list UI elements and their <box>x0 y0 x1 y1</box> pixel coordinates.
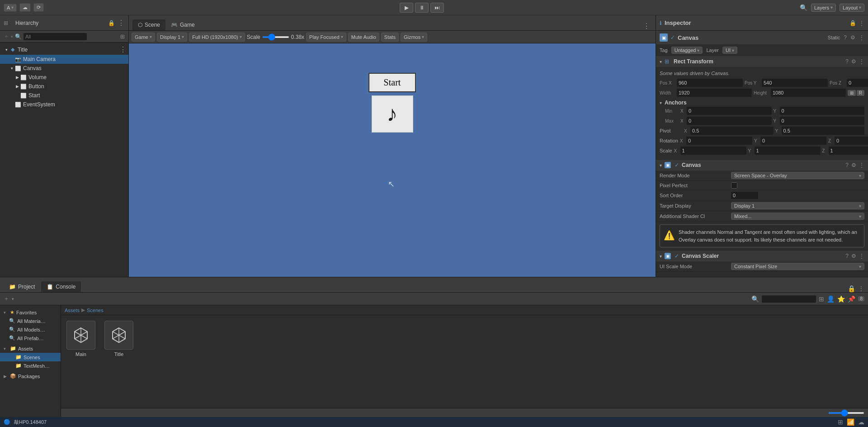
ui-scale-mode-dropdown[interactable]: Constant Pixel Size ▾ <box>731 263 864 270</box>
bottom-lock-icon[interactable]: 🔒 <box>848 285 855 292</box>
hierarchy-filter-icon[interactable]: ⊞ <box>120 33 125 40</box>
rt-settings-icon[interactable]: ⚙ <box>851 58 856 65</box>
hierarchy-search-icon[interactable]: 🔍 <box>15 33 22 40</box>
inspector-more-icon[interactable]: ⋮ <box>859 20 864 26</box>
status-cloud-icon[interactable]: ☁ <box>858 418 864 426</box>
bottom-more-icon[interactable]: ⋮ <box>858 285 864 292</box>
anchor-max-x-input[interactable] <box>687 117 772 125</box>
anchor-min-x-input[interactable] <box>687 107 772 115</box>
tag-dropdown[interactable]: Untagged ▾ <box>671 47 703 54</box>
project-person-icon[interactable]: 👤 <box>827 295 835 303</box>
scaler-menu-icon[interactable]: ⋮ <box>859 253 864 259</box>
account-button[interactable]: A ▾ <box>4 4 17 12</box>
scale-z-input[interactable] <box>829 147 868 155</box>
scaler-help-icon[interactable]: ? <box>845 253 849 259</box>
rot-x-input[interactable] <box>686 137 752 145</box>
hierarchy-item-button[interactable]: ▶ ⬜ Button <box>0 82 128 91</box>
blueprint-button[interactable]: ⊞ <box>848 90 856 96</box>
inspector-lock-icon[interactable]: 🔒 <box>849 20 856 26</box>
rot-z-input[interactable] <box>835 137 868 145</box>
r-button[interactable]: R <box>857 90 864 96</box>
sidebar-packages[interactable]: ▶ 📦 Packages <box>0 372 61 380</box>
play-focused-dropdown[interactable]: Play Focused ▾ <box>306 33 346 42</box>
project-add-icon[interactable]: ＋ <box>4 295 9 303</box>
game-tab[interactable]: 🎮 Game <box>165 19 200 30</box>
scale-slider[interactable] <box>262 36 289 38</box>
target-display-dropdown[interactable]: Display 1 ▾ <box>731 202 864 209</box>
stats-button[interactable]: Stats <box>381 33 399 42</box>
display-dropdown[interactable]: Display 1 ▾ <box>157 33 187 42</box>
sidebar-all-prefabs[interactable]: 🔍 All Prefab… <box>0 334 61 342</box>
search-icon[interactable]: 🔍 <box>800 4 807 11</box>
breadcrumb-scenes[interactable]: Scenes <box>87 308 104 313</box>
history-button[interactable]: ⟳ <box>33 3 44 12</box>
project-search-input[interactable] <box>762 295 816 303</box>
rt-menu-icon[interactable]: ⋮ <box>859 58 864 65</box>
component-settings-icon[interactable]: ⚙ <box>850 34 855 41</box>
status-collapse-icon[interactable]: ⊞ <box>838 418 843 426</box>
layout-dropdown[interactable]: Layout ▾ <box>840 4 864 12</box>
sidebar-all-models[interactable]: 🔍 All Models… <box>0 325 61 334</box>
project-star-icon[interactable]: ⭐ <box>837 295 845 303</box>
game-viewport[interactable]: Start ♪ ↖ <box>129 43 656 277</box>
pos-x-input[interactable] <box>677 79 743 87</box>
file-item-main[interactable]: Main <box>65 319 97 404</box>
sidebar-all-materials[interactable]: 🔍 All Materia… <box>0 317 61 325</box>
rt-help-icon[interactable]: ? <box>845 58 849 65</box>
search-bar-icon[interactable]: 🔍 <box>751 295 759 303</box>
hierarchy-item-canvas[interactable]: ▾ ⬜ Canvas <box>0 64 128 73</box>
pixel-perfect-checkbox[interactable] <box>731 182 737 189</box>
game-view-label-dropdown[interactable]: Game ▾ <box>132 33 155 42</box>
scale-x-input[interactable] <box>680 147 746 155</box>
scene-tab[interactable]: ⬡ Scene <box>132 19 165 30</box>
sort-order-input[interactable] <box>731 192 758 199</box>
anchor-max-y-input[interactable] <box>780 117 865 125</box>
canvas-help-icon[interactable]: ? <box>845 162 849 168</box>
width-input[interactable] <box>677 89 752 97</box>
sidebar-scenes[interactable]: 📁 Scenes <box>0 353 61 361</box>
height-input[interactable] <box>771 89 846 97</box>
mute-audio-button[interactable]: Mute Audio <box>348 33 379 42</box>
project-tab[interactable]: 📁 Project <box>4 281 40 292</box>
canvas-menu-icon[interactable]: ⋮ <box>859 162 864 168</box>
cloud-button[interactable]: ☁ <box>19 3 31 12</box>
sidebar-assets[interactable]: ▾ 📁 Assets <box>0 344 61 353</box>
sidebar-textmesh[interactable]: 📁 TextMesh… <box>0 361 61 370</box>
hierarchy-item-volume[interactable]: ▶ ⬜ Volume <box>0 73 128 82</box>
status-network-icon[interactable]: 📶 <box>847 418 854 426</box>
project-expand-icon[interactable]: ⊞ <box>819 295 824 303</box>
additional-shader-dropdown[interactable]: Mixed... ▾ <box>731 213 864 220</box>
scale-y-input[interactable] <box>755 147 821 155</box>
component-menu-icon[interactable]: ⋮ <box>859 34 864 41</box>
hierarchy-more-icon[interactable]: ⋮ <box>118 19 125 27</box>
pivot-y-input[interactable] <box>782 127 865 135</box>
layer-dropdown[interactable]: UI ▾ <box>722 47 737 54</box>
component-help-icon[interactable]: ? <box>844 34 847 41</box>
hierarchy-search-input[interactable] <box>24 33 87 40</box>
pos-y-input[interactable] <box>762 79 828 87</box>
scaler-settings-icon[interactable]: ⚙ <box>851 253 856 259</box>
hierarchy-add-icon[interactable]: ＋ <box>4 33 9 40</box>
resolution-dropdown[interactable]: Full HD (1920x1080) ▾ <box>189 33 245 42</box>
pause-button[interactable]: ⏸ <box>415 3 429 13</box>
breadcrumb-assets[interactable]: Assets <box>65 308 80 313</box>
hierarchy-lock-icon[interactable]: 🔒 <box>108 20 115 26</box>
play-button[interactable]: ▶ <box>400 3 413 13</box>
gizmos-button[interactable]: Gizmos ▾ <box>401 33 427 42</box>
rot-y-input[interactable] <box>760 137 826 145</box>
rect-transform-header[interactable]: ▾ ⊞ Rect Transform ? ⚙ ⋮ <box>656 56 868 67</box>
console-tab[interactable]: 📋 Console <box>41 281 81 292</box>
render-mode-dropdown[interactable]: Screen Space - Overlay ▾ <box>731 172 864 179</box>
pivot-x-input[interactable] <box>690 127 774 135</box>
title-more-icon[interactable]: ⋮ <box>119 45 127 54</box>
pos-z-input[interactable] <box>847 79 868 87</box>
file-item-title[interactable]: Title <box>103 319 135 404</box>
hierarchy-tab[interactable]: Hierarchy <box>11 18 43 28</box>
sidebar-favorites[interactable]: ▾ ★ Favorites <box>0 308 61 317</box>
hierarchy-item-start[interactable]: ⬜ Start <box>0 91 128 100</box>
canvas-scaler-header[interactable]: ▾ ▣ ✓ Canvas Scaler ? ⚙ ⋮ <box>656 251 868 261</box>
center-more-icon[interactable]: ⋮ <box>643 22 652 30</box>
hierarchy-item-main-camera[interactable]: 📷 Main Camera <box>0 55 128 64</box>
hierarchy-item-eventsystem[interactable]: ⬜ EventSystem <box>0 100 128 109</box>
project-zoom-slider[interactable] <box>828 412 864 414</box>
